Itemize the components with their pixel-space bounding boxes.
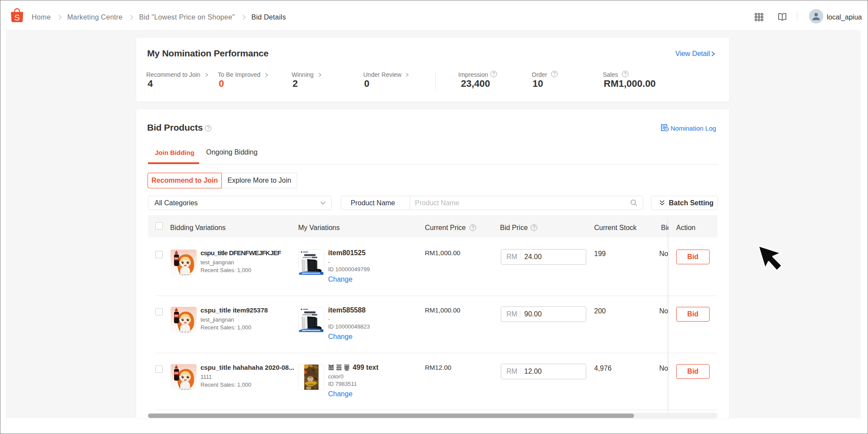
- svg-text:S: S: [14, 13, 20, 22]
